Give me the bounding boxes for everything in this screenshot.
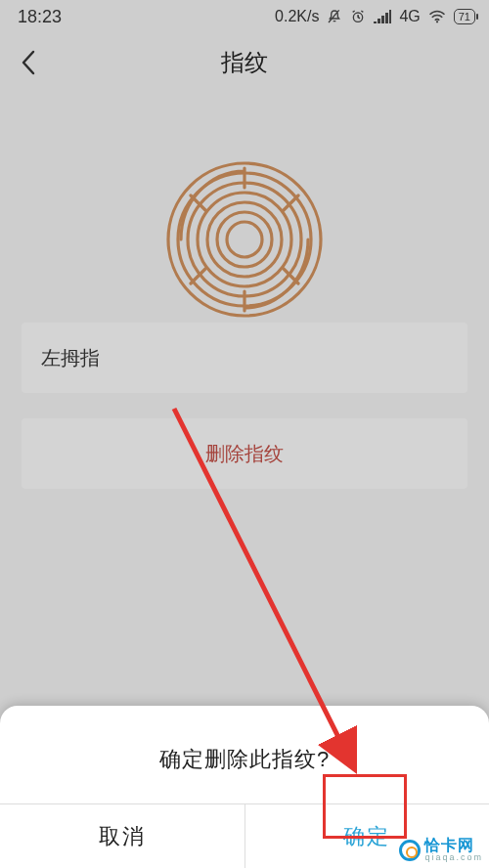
status-net-speed: 0.2K/s (275, 8, 319, 25)
battery-text: 71 (459, 10, 470, 23)
confirm-button-label: 确定 (343, 822, 390, 851)
status-time: 18:23 (18, 7, 62, 27)
dnd-icon (327, 9, 342, 24)
page-title: 指纹 (221, 47, 268, 78)
cancel-button[interactable]: 取消 (0, 804, 244, 868)
battery-icon: 71 (454, 9, 475, 24)
fingerprint-name-text: 左拇指 (41, 345, 100, 371)
watermark-logo-icon (399, 840, 421, 861)
signal-icon (374, 10, 391, 23)
wifi-icon (428, 10, 446, 23)
delete-fingerprint-button[interactable]: 删除指纹 (22, 418, 467, 489)
watermark-text: 恰卡网 qiaqa.com (424, 838, 483, 862)
back-button[interactable] (14, 47, 45, 78)
delete-fingerprint-label: 删除指纹 (205, 441, 284, 467)
svg-point-8 (227, 222, 262, 257)
status-network-label: 4G (399, 8, 420, 25)
dialog-message: 确定删除此指纹? (0, 739, 489, 803)
cancel-button-label: 取消 (99, 822, 146, 851)
status-bar: 18:23 0.2K/s 4G 71 (0, 0, 489, 33)
phone-screen: 18:23 0.2K/s 4G 71 指纹 (0, 0, 489, 868)
title-bar: 指纹 (0, 33, 489, 92)
watermark-cn: 恰卡网 (424, 838, 483, 853)
alarm-icon (350, 9, 366, 24)
svg-point-5 (198, 193, 291, 286)
fingerprint-name-field[interactable]: 左拇指 (22, 323, 467, 393)
fingerprint-icon (161, 156, 328, 323)
status-right: 0.2K/s 4G 71 (275, 8, 475, 25)
svg-point-1 (436, 21, 438, 22)
svg-point-4 (188, 183, 301, 296)
svg-point-7 (217, 212, 272, 267)
watermark: 恰卡网 qiaqa.com (399, 838, 483, 862)
watermark-en: qiaqa.com (424, 853, 483, 862)
